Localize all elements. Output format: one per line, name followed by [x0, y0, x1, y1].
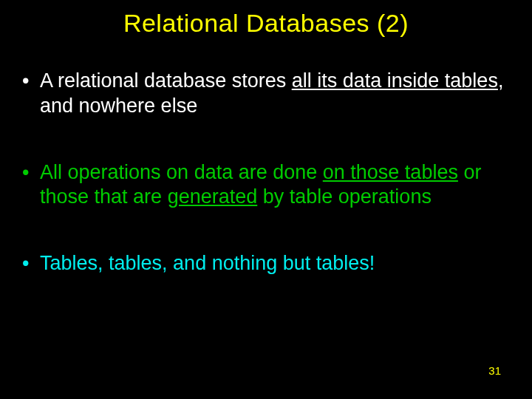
bullet-1: A relational database stores all its dat…	[18, 69, 514, 119]
slide-title: Relational Databases (2)	[0, 0, 532, 38]
page-number: 31	[488, 364, 501, 377]
bullet-2-underline-a: on those tables	[323, 161, 458, 183]
bullet-2-text-c: by table operations	[257, 185, 432, 208]
bullet-2-text-a: All operations on data are done	[40, 161, 323, 183]
bullet-1-underline: all its data inside tables	[292, 69, 498, 92]
slide: Relational Databases (2) A relational da…	[0, 0, 532, 399]
bullet-3-text: Tables, tables, and nothing but tables!	[40, 252, 375, 274]
bullet-3: Tables, tables, and nothing but tables!	[18, 251, 514, 276]
slide-content: A relational database stores all its dat…	[0, 38, 532, 276]
bullet-2-underline-b: generated	[168, 185, 258, 208]
bullet-1-text-a: A relational database stores	[40, 69, 292, 92]
bullet-2: All operations on data are done on those…	[18, 160, 514, 211]
bullet-list: A relational database stores all its dat…	[18, 69, 514, 276]
